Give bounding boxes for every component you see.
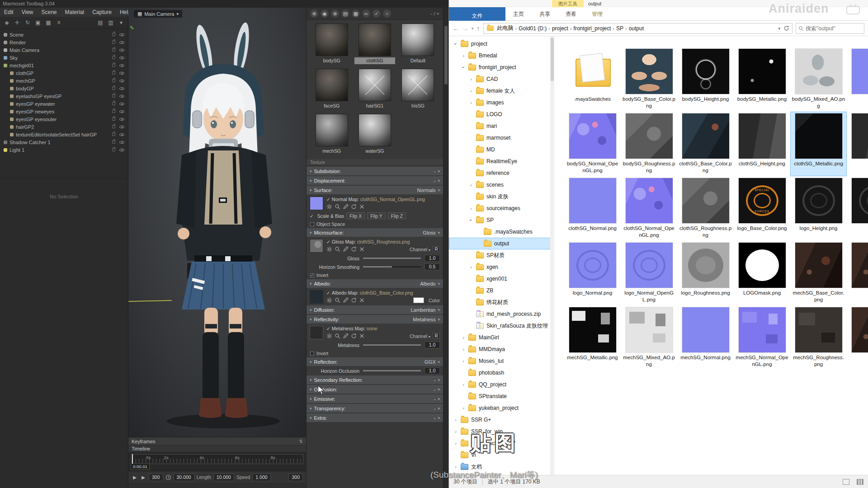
select-tool-icon[interactable]: ◈ — [2, 18, 11, 27]
eye-icon[interactable] — [119, 33, 124, 36]
breadcrumb[interactable]: 此电脑›Gold01 (D:)›project›frontgirl_projec… — [483, 23, 793, 34]
scene-item-shadow-catcher-1[interactable]: Shadow Catcher 1 — [0, 138, 128, 146]
expand-icon[interactable]: › — [461, 53, 466, 58]
section-header-surface[interactable]: ▾Surface: Normals▾ — [307, 186, 443, 194]
tab-tab[interactable]: 共享 — [532, 7, 558, 21]
file-item[interactable]: LOGOmask.png — [734, 241, 790, 305]
expand-icon[interactable]: › — [469, 76, 473, 82]
snap-tool-icon[interactable]: ▦ — [44, 18, 53, 27]
file-item[interactable]: bodySG_Metallic.png — [734, 47, 790, 112]
file-item[interactable]: bodySG_Base_Color.png — [621, 47, 677, 112]
scene-item-light-1[interactable]: Light 1 — [0, 146, 128, 154]
tree-item-sp[interactable]: SP材质 — [449, 249, 554, 261]
slider-value[interactable]: 1.0 — [425, 367, 440, 374]
tree-item-bmedal[interactable]: › Bmedal — [449, 50, 554, 61]
new-folder-icon[interactable]: ▥ — [106, 18, 115, 27]
breadcrumb-dropdown-icon[interactable]: ▾ — [776, 26, 782, 31]
check-icon[interactable]: ✓ — [373, 9, 381, 18]
lock-icon[interactable] — [112, 94, 115, 98]
section-header-reflection[interactable]: ▾Reflection: GGX▾ — [307, 357, 443, 366]
invert-checkbox[interactable]: Invert — [307, 349, 443, 357]
scene-item-render[interactable]: Render — [0, 38, 128, 46]
tree-item-xgen001[interactable]: xgen001 — [449, 273, 554, 285]
scene-item-eyelashsgp-eyesgp[interactable]: eyelashsGP eyesGP — [0, 92, 128, 100]
options-icon[interactable]: ▾ — [117, 18, 126, 27]
eye-icon[interactable] — [119, 149, 124, 151]
lock-icon[interactable] — [112, 56, 115, 59]
color-swatch[interactable] — [413, 297, 424, 303]
tree-item-output[interactable]: output — [449, 238, 554, 249]
eye-icon[interactable] — [119, 95, 124, 98]
scene-item-textureeditorisolateselectset-hairgp[interactable]: textureEditorIsolateSelectSet hairGP — [0, 131, 128, 138]
map-thumbnail[interactable] — [310, 197, 323, 210]
file-item[interactable]: clothSG_Normal.png — [564, 176, 621, 241]
map-thumbnail[interactable] — [310, 290, 323, 304]
eye-icon[interactable] — [119, 87, 124, 90]
add-icon[interactable]: ⊕ — [310, 9, 318, 18]
tree-item-xgen[interactable]: › xgen — [449, 261, 554, 273]
tree-item-cad[interactable]: › CAD — [449, 73, 554, 85]
move-tool-icon[interactable]: ✛ — [13, 18, 22, 27]
tree-item-reference[interactable]: reference — [449, 167, 554, 179]
channel-value[interactable]: R — [433, 333, 440, 339]
search-icon[interactable] — [335, 246, 340, 252]
scene-item-mechgirl01[interactable]: mechgirl01 — [0, 61, 128, 69]
expand-icon[interactable]: › — [453, 441, 458, 446]
section-header-extra[interactable]: ▾Extra: -▾ — [307, 413, 443, 422]
tree-item-frontgirl-project[interactable]: › frontgirl_project — [449, 61, 554, 73]
object-space-checkbox[interactable]: Object Space — [307, 220, 443, 227]
file-area[interactable]: .mayaSwatches bodySG_Base_Color.png body… — [554, 36, 868, 475]
channel-dropdown[interactable]: Channel ▾ — [410, 247, 430, 252]
timeline-ruler[interactable]: 0s2s4s6s8s 0:00.01 — [128, 452, 306, 471]
section-header-emissive[interactable]: ▾Emissive: -▾ — [307, 394, 443, 403]
file-item[interactable]: mechSG_Normal_OpenGL.png — [734, 305, 790, 370]
lock-icon[interactable] — [112, 64, 115, 67]
file-item[interactable]: cloth — [847, 112, 868, 176]
expand-icon[interactable]: › — [469, 88, 473, 94]
expand-icon[interactable]: › — [461, 382, 466, 387]
tree-item-scenes[interactable]: › scenes — [449, 179, 554, 191]
menu-material[interactable]: Material — [61, 8, 89, 16]
channel-dropdown[interactable]: Channel ▾ — [410, 333, 430, 339]
lock-icon[interactable] — [112, 148, 115, 151]
eye-icon[interactable] — [119, 126, 124, 128]
thumbnail-view-button[interactable] — [857, 479, 863, 485]
gear-icon[interactable] — [326, 246, 332, 252]
file-item[interactable]: clothSG_Metallic.png — [790, 112, 847, 176]
tree-item-images[interactable]: › images — [449, 97, 554, 108]
map-thumbnail[interactable] — [310, 239, 323, 253]
pencil-icon[interactable] — [343, 297, 349, 303]
expand-icon[interactable]: › — [469, 264, 473, 270]
collapse-icon[interactable]: › — [468, 218, 474, 222]
folder-tool-icon[interactable]: ▤ — [96, 18, 105, 27]
play-button[interactable]: ▶ — [132, 475, 138, 480]
scene-item-scene[interactable]: Scene — [0, 31, 128, 38]
sort-icon[interactable]: ⇅ — [299, 439, 303, 444]
section-header-reflectivity[interactable]: ▾Reflectivity: Metalness▾ — [307, 315, 443, 324]
scene-item-eyesgp-eyewater[interactable]: eyesGP eyewater — [0, 100, 128, 108]
playhead[interactable] — [132, 454, 133, 464]
eye-icon[interactable] — [119, 110, 124, 113]
search-box[interactable] — [796, 23, 864, 34]
eye-icon[interactable] — [119, 133, 124, 136]
tree-item-mmdmaya[interactable]: › MMDmaya — [449, 343, 554, 355]
expand-icon[interactable]: › — [461, 405, 466, 411]
close-icon[interactable] — [359, 333, 365, 339]
refresh-icon[interactable] — [351, 297, 357, 303]
scene-item-main-camera[interactable]: Main Camera — [0, 46, 128, 54]
grid-icon[interactable]: ▦ — [352, 9, 360, 18]
tree-item-md[interactable]: MD — [449, 144, 554, 155]
eye-icon[interactable] — [119, 49, 124, 52]
rotate-tool-icon[interactable]: ↻ — [23, 18, 32, 27]
link-icon[interactable]: ∞ — [362, 9, 370, 18]
expand-icon[interactable]: › — [461, 358, 466, 364]
file-item[interactable]: logo_Height.png — [790, 176, 847, 241]
lock-icon[interactable] — [112, 79, 115, 82]
tree-item-mayaswatches[interactable]: .mayaSwatches — [449, 226, 554, 238]
scale-tool-icon[interactable]: ▣ — [33, 18, 42, 27]
file-item[interactable]: body — [847, 47, 868, 112]
gear-icon[interactable] — [326, 297, 332, 303]
breadcrumb-segment[interactable]: 此电脑 — [495, 24, 515, 32]
folder-icon[interactable]: ▤ — [341, 9, 349, 18]
menu-view[interactable]: View — [18, 8, 38, 16]
